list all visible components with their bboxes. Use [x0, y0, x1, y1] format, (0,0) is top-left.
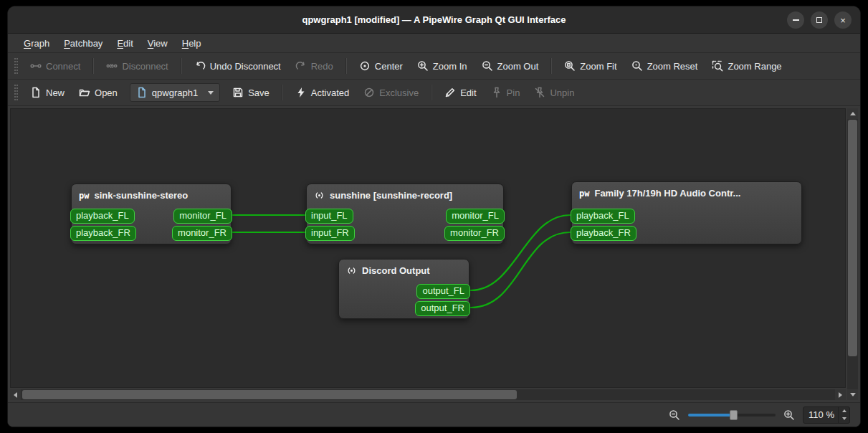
unpin-button: Unpin — [528, 82, 581, 103]
port-monitor-fr[interactable]: monitor_FR — [172, 226, 232, 241]
edit-toggle[interactable]: Edit — [438, 82, 482, 103]
statusbar-zoom-in-button[interactable] — [782, 408, 796, 422]
patchbay-file-icon — [136, 87, 148, 98]
redo-label: Redo — [311, 61, 333, 72]
zoom-slider-fill — [688, 414, 733, 417]
close-icon: × — [840, 15, 846, 26]
pipewire-icon: pw — [579, 189, 589, 199]
toolbar-grip[interactable] — [14, 85, 18, 100]
menu-help[interactable]: Help — [175, 34, 209, 52]
patchbay-combo[interactable]: qpwgraph1 — [130, 83, 220, 102]
menu-view[interactable]: View — [140, 34, 175, 52]
disconnect-button: Disconnect — [100, 56, 174, 76]
menubar: Graph Patchbay Edit View Help — [8, 34, 860, 53]
spin-up-button[interactable] — [839, 407, 849, 415]
zoom-out-button[interactable]: Zoom Out — [475, 56, 545, 76]
node-title: Family 17h/19h HD Audio Contr... — [594, 188, 740, 199]
zoom-spinbox-buttons — [838, 407, 849, 423]
port-playback-fl[interactable]: playback_FL — [571, 209, 635, 224]
edit-label: Edit — [460, 87, 476, 98]
save-icon — [232, 87, 244, 98]
connections-layer — [11, 109, 846, 388]
menu-graph[interactable]: Graph — [16, 34, 57, 52]
port-output-fl[interactable]: output_FL — [416, 284, 470, 299]
activated-toggle[interactable]: Activated — [289, 82, 356, 103]
node-header: Discord Output — [339, 260, 469, 276]
undo-disconnect-label: Undo Disconnect — [210, 61, 281, 72]
statusbar: 110 % — [8, 402, 860, 427]
patchbay-combo-value: qpwgraph1 — [152, 87, 198, 98]
zoom-spinbox-value[interactable]: 110 % — [803, 407, 838, 423]
open-label: Open — [95, 87, 118, 98]
minimize-button[interactable] — [787, 11, 804, 29]
zoom-fit-button[interactable]: Zoom Fit — [558, 56, 623, 76]
port-monitor-fl[interactable]: monitor_FL — [173, 209, 232, 224]
toolbar-separator — [181, 58, 182, 74]
port-playback-fr[interactable]: playback_FR — [70, 226, 136, 241]
scroll-up-button[interactable] — [847, 108, 858, 119]
zoom-out-icon — [669, 409, 680, 421]
port-monitor-fl[interactable]: monitor_FL — [446, 209, 505, 224]
close-button[interactable]: × — [834, 11, 852, 29]
save-button[interactable]: Save — [226, 82, 276, 103]
node-sink-sunshine-stereo[interactable]: pw sink-sunshine-stereo playback_FL play… — [71, 184, 232, 244]
spin-down-button[interactable] — [839, 415, 849, 423]
disconnect-icon — [106, 60, 118, 72]
node-title: sink-sunshine-stereo — [94, 190, 188, 201]
vertical-scrollbar — [847, 108, 858, 400]
port-input-fl[interactable]: input_FL — [305, 209, 353, 224]
undo-icon — [194, 60, 206, 72]
center-button[interactable]: Center — [353, 56, 409, 76]
zoom-reset-label: Zoom Reset — [647, 61, 698, 72]
scroll-left-button[interactable] — [10, 389, 21, 400]
zoom-out-icon — [482, 60, 493, 72]
port-playback-fl[interactable]: playback_FL — [70, 209, 135, 224]
menu-patchbay-label: Patchbay — [64, 38, 102, 49]
pin-icon — [491, 87, 502, 98]
zoom-range-icon — [712, 60, 723, 72]
open-button[interactable]: Open — [72, 82, 124, 103]
main-toolbar: Connect Disconnect Undo Disconnect Redo … — [8, 53, 860, 80]
undo-disconnect-button[interactable]: Undo Disconnect — [188, 56, 287, 76]
scroll-right-button[interactable] — [835, 389, 846, 400]
node-sunshine-record[interactable]: sunshine [sunshine-record] input_FL inpu… — [306, 184, 504, 244]
toolbar-grip[interactable] — [14, 58, 18, 74]
graph-canvas[interactable]: pw sink-sunshine-stereo playback_FL play… — [10, 108, 846, 388]
zoom-in-icon — [417, 60, 429, 72]
menu-edit-label: Edit — [117, 38, 133, 49]
zoom-slider-handle[interactable] — [730, 410, 738, 420]
horizontal-scroll-thumb[interactable] — [22, 390, 517, 399]
patchbay-toolbar: New Open qpwgraph1 Save Activated Exclus… — [8, 80, 860, 106]
node-discord-output[interactable]: Discord Output output_FL output_FR — [338, 259, 469, 319]
port-input-fr[interactable]: input_FR — [305, 226, 355, 241]
node-title: Discord Output — [362, 265, 430, 276]
port-output-fr[interactable]: output_FR — [415, 301, 470, 316]
menu-patchbay[interactable]: Patchbay — [57, 34, 110, 52]
zoom-in-label: Zoom In — [433, 61, 467, 72]
toolbar-separator — [550, 58, 552, 74]
port-playback-fr[interactable]: playback_FR — [571, 226, 636, 241]
scroll-down-button[interactable] — [847, 389, 858, 400]
pipewire-icon: pw — [79, 191, 89, 201]
new-label: New — [46, 87, 65, 98]
zoom-slider[interactable] — [688, 409, 776, 421]
exclusive-icon — [363, 87, 375, 98]
menu-edit[interactable]: Edit — [110, 34, 140, 52]
zoom-range-button[interactable]: Zoom Range — [705, 56, 788, 76]
port-monitor-fr[interactable]: monitor_FR — [444, 226, 505, 241]
arrow-up-icon — [842, 409, 846, 412]
zoom-spinbox[interactable]: 110 % — [803, 406, 850, 424]
save-label: Save — [248, 87, 270, 98]
new-button[interactable]: New — [24, 82, 71, 103]
connect-icon — [30, 60, 42, 72]
zoom-reset-button[interactable]: Zoom Reset — [625, 56, 705, 76]
vertical-scroll-thumb[interactable] — [848, 120, 857, 356]
statusbar-zoom-out-button[interactable] — [667, 408, 682, 422]
zoom-fit-label: Zoom Fit — [580, 61, 616, 72]
maximize-button[interactable] — [811, 11, 828, 29]
pin-label: Pin — [507, 87, 520, 98]
node-family-hd-audio[interactable]: pw Family 17h/19h HD Audio Contr... play… — [571, 181, 802, 244]
titlebar[interactable]: qpwgraph1 [modified] — A PipeWire Graph … — [8, 6, 860, 34]
zoom-in-button[interactable]: Zoom In — [411, 56, 474, 76]
arrow-down-icon — [850, 393, 856, 396]
